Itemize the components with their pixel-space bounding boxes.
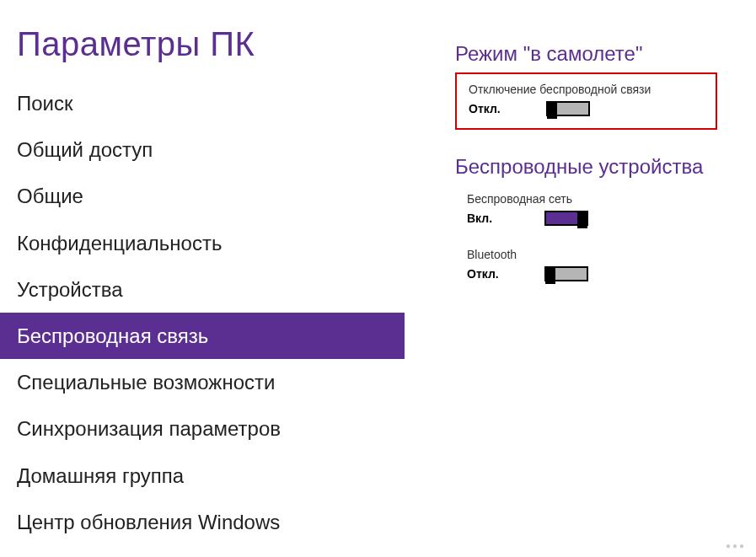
sidebar-item-devices[interactable]: Устройства — [0, 266, 405, 313]
bluetooth-toggle[interactable] — [544, 266, 588, 281]
sidebar-item-general[interactable]: Общие — [0, 173, 405, 219]
airplane-toggle-state: Откл. — [469, 102, 504, 115]
toggle-handle — [547, 102, 557, 119]
wireless-devices-title: Беспроводные устройства — [455, 155, 739, 179]
airplane-mode-title: Режим "в самолете" — [455, 42, 739, 66]
airplane-toggle-label: Отключение беспроводной связи — [469, 83, 704, 96]
sidebar-item-share[interactable]: Общий доступ — [0, 126, 405, 173]
wifi-toggle-label: Беспроводная сеть — [467, 192, 705, 206]
sidebar-item-sync[interactable]: Синхронизация параметров — [0, 405, 405, 452]
bluetooth-toggle-label: Bluetooth — [467, 248, 705, 261]
sidebar-item-update[interactable]: Центр обновления Windows — [0, 499, 405, 545]
airplane-mode-box: Отключение беспроводной связи Откл. — [455, 72, 717, 130]
wifi-toggle-state: Вкл. — [467, 212, 502, 225]
wifi-toggle[interactable] — [544, 211, 588, 226]
sidebar-item-homegroup[interactable]: Домашняя группа — [0, 453, 405, 499]
sidebar-item-wireless[interactable]: Беспроводная связь — [0, 313, 405, 359]
content-panel: Режим "в самолете" Отключение беспроводн… — [405, 0, 756, 557]
sidebar-nav: Поиск Общий доступ Общие Конфиденциально… — [0, 80, 405, 545]
sidebar-item-privacy[interactable]: Конфиденциальность — [0, 220, 405, 266]
toggle-handle — [577, 212, 587, 228]
bluetooth-toggle-state: Откл. — [467, 267, 502, 281]
airplane-toggle[interactable] — [546, 101, 590, 116]
ellipsis-icon: ●●● — [726, 541, 746, 550]
bluetooth-box: Bluetooth Откл. — [455, 241, 717, 287]
sidebar-item-search[interactable]: Поиск — [0, 80, 405, 126]
sidebar-item-accessibility[interactable]: Специальные возможности — [0, 359, 405, 405]
page-title: Параметры ПК — [0, 0, 405, 80]
wifi-box: Беспроводная сеть Вкл. — [455, 185, 717, 231]
toggle-handle — [545, 267, 555, 284]
